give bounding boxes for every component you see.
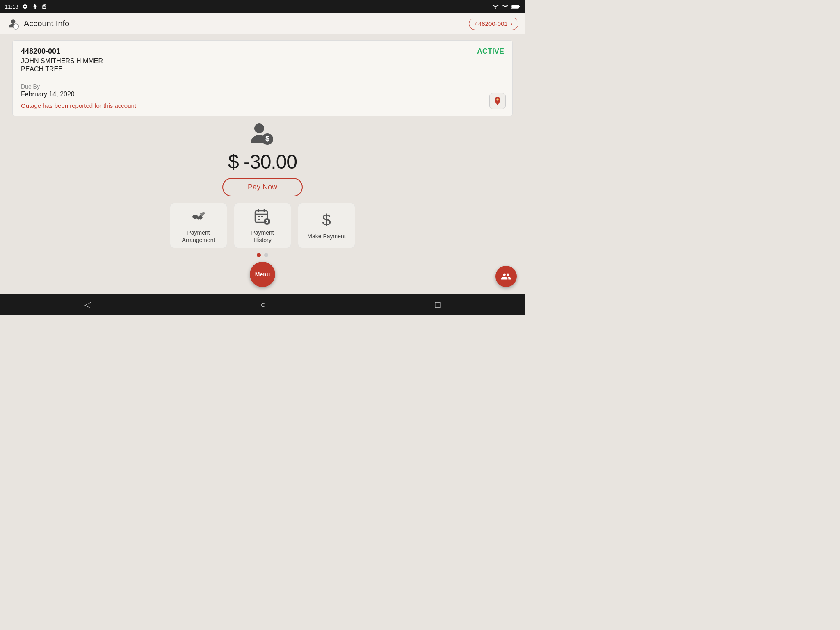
dot-2 [264, 253, 268, 257]
balance-icon: $ [249, 122, 276, 148]
account-number: 448200-001 [21, 47, 60, 56]
app-header: i Account Info 448200-001 › [0, 13, 525, 34]
header-left: i Account Info [7, 17, 69, 30]
account-location: PEACH TREE [21, 66, 504, 73]
account-card: 448200-001 ACTIVE JOHN SMITHERS HIMMER P… [12, 40, 513, 116]
dollar-sign-icon: $ [317, 211, 336, 229]
svg-point-4 [11, 19, 16, 24]
signal-icon [502, 3, 509, 10]
wifi-icon [491, 3, 500, 10]
clock: 11:18 [5, 4, 18, 10]
outage-message: Outage has been reported for this accoun… [21, 102, 504, 109]
actions-section: Payment Arrangement $ Pa [12, 203, 513, 248]
payment-history-button[interactable]: $ Payment History [234, 203, 291, 248]
accessibility-icon [32, 3, 38, 10]
customer-name: JOHN SMITHERS HIMMER [21, 57, 504, 65]
dot-1 [257, 253, 261, 257]
payment-arrangement-button[interactable]: Payment Arrangement [170, 203, 227, 248]
svg-text:i: i [15, 25, 16, 30]
account-selector[interactable]: 448200-001 › [469, 18, 518, 30]
status-left: 11:18 [5, 3, 47, 10]
svg-rect-3 [519, 6, 520, 7]
due-label: Due By [21, 83, 504, 90]
make-payment-label: Make Payment [307, 233, 345, 240]
svg-rect-16 [261, 216, 263, 217]
people-icon [501, 271, 511, 282]
settings-icon [22, 3, 28, 10]
pay-now-button[interactable]: Pay Now [222, 178, 303, 196]
status-right [491, 3, 520, 10]
menu-fab-button[interactable]: Menu [250, 262, 275, 287]
back-button[interactable]: ◁ [75, 296, 101, 313]
bottom-nav: ◁ ○ □ [0, 294, 525, 315]
account-badge-number: 448200-001 [475, 20, 508, 27]
account-card-top: 448200-001 ACTIVE [21, 47, 504, 56]
outage-icon-button[interactable]: ⚡ [489, 93, 506, 109]
home-button[interactable]: ○ [251, 296, 276, 313]
menu-label: Menu [255, 271, 270, 278]
svg-point-0 [34, 4, 35, 5]
main-content: 448200-001 ACTIVE JOHN SMITHERS HIMMER P… [0, 34, 525, 294]
svg-text:⚡: ⚡ [496, 98, 500, 101]
svg-point-8 [254, 123, 264, 133]
battery-icon [511, 4, 520, 9]
svg-rect-2 [511, 5, 518, 8]
account-status: ACTIVE [477, 47, 504, 56]
payment-arrangement-label: Payment Arrangement [182, 229, 215, 244]
make-payment-button[interactable]: $ Make Payment [298, 203, 355, 248]
balance-section: $ $ -30.00 Pay Now [12, 122, 513, 196]
sim-icon [41, 3, 47, 10]
people-fab-button[interactable] [495, 266, 517, 287]
page-dots [12, 253, 513, 257]
svg-text:$: $ [266, 219, 268, 224]
chevron-right-icon: › [510, 20, 512, 27]
svg-rect-17 [258, 219, 260, 220]
recents-button[interactable]: □ [425, 296, 450, 313]
payment-history-label: Payment History [251, 229, 274, 244]
calendar-dollar-icon: $ [253, 208, 272, 226]
svg-text:$: $ [322, 211, 331, 228]
status-bar: 11:18 [0, 0, 525, 13]
handshake-icon [189, 208, 208, 226]
balance-amount: $ -30.00 [228, 151, 297, 173]
due-date: February 14, 2020 [21, 91, 504, 98]
account-icon: i [7, 17, 20, 30]
page-title: Account Info [24, 19, 69, 28]
svg-text:$: $ [265, 135, 269, 143]
svg-rect-15 [258, 216, 260, 217]
